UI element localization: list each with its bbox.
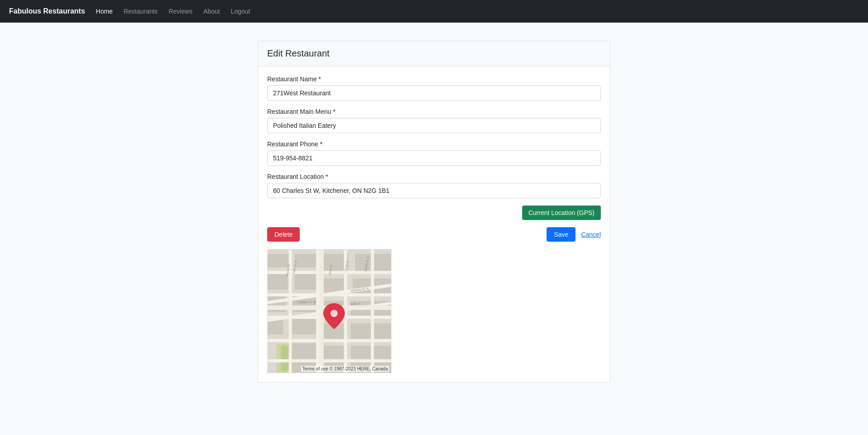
restaurant-location-group: Restaurant Location * xyxy=(267,173,601,198)
gps-button[interactable]: Current Location (GPS) xyxy=(522,206,601,220)
svg-rect-10 xyxy=(268,274,288,290)
restaurant-phone-input[interactable] xyxy=(267,150,601,166)
restaurant-location-input[interactable] xyxy=(267,183,601,198)
map-container[interactable]: Victoria St. N Bell Ln. Charles St. W Ki… xyxy=(267,249,392,373)
map-attribution: Terms of use © 1987-2023 HERE, Canada xyxy=(301,366,389,372)
nav-link-restaurants[interactable]: Restaurants xyxy=(123,6,157,17)
navbar-brand[interactable]: Fabulous Restaurants xyxy=(9,7,85,15)
svg-rect-6 xyxy=(268,254,290,267)
form-title: Edit Restaurant xyxy=(267,48,601,59)
save-cancel-group: Save Cancel xyxy=(547,227,601,242)
svg-rect-35 xyxy=(319,249,324,373)
nav-link-reviews[interactable]: Reviews xyxy=(169,6,193,17)
restaurant-menu-label: Restaurant Main Menu * xyxy=(267,108,601,115)
svg-rect-19 xyxy=(290,319,317,335)
nav-link-home[interactable]: Home xyxy=(96,6,113,17)
svg-point-46 xyxy=(330,310,338,317)
svg-rect-11 xyxy=(295,274,317,290)
svg-rect-7 xyxy=(295,254,317,267)
save-button[interactable]: Save xyxy=(547,227,576,242)
form-actions: Delete Save Cancel xyxy=(267,227,601,242)
svg-rect-31 xyxy=(316,249,319,373)
restaurant-phone-label: Restaurant Phone * xyxy=(267,140,601,148)
restaurant-location-label: Restaurant Location * xyxy=(267,173,601,180)
gps-button-row: Current Location (GPS) xyxy=(267,206,601,220)
card-header: Edit Restaurant xyxy=(258,41,610,66)
navbar: Fabulous Restaurants Home Restaurants Re… xyxy=(0,0,868,23)
map-svg: Victoria St. N Bell Ln. Charles St. W Ki… xyxy=(268,249,391,373)
delete-button[interactable]: Delete xyxy=(267,227,300,242)
restaurant-name-input[interactable] xyxy=(267,85,601,101)
restaurant-menu-input[interactable] xyxy=(267,118,601,133)
main-content: Edit Restaurant Restaurant Name * Restau… xyxy=(0,23,868,401)
cancel-button[interactable]: Cancel xyxy=(581,231,601,238)
restaurant-name-label: Restaurant Name * xyxy=(267,75,601,83)
restaurant-phone-group: Restaurant Phone * xyxy=(267,140,601,166)
restaurant-name-group: Restaurant Name * xyxy=(267,75,601,101)
nav-link-about[interactable]: About xyxy=(203,6,220,17)
edit-restaurant-card: Edit Restaurant Restaurant Name * Restau… xyxy=(258,41,610,383)
svg-rect-33 xyxy=(371,249,374,373)
svg-text:Charles St. W: Charles St. W xyxy=(297,300,316,304)
restaurant-menu-group: Restaurant Main Menu * xyxy=(267,108,601,133)
card-body: Restaurant Name * Restaurant Main Menu *… xyxy=(258,66,610,382)
nav-link-logout[interactable]: Logout xyxy=(231,6,250,17)
